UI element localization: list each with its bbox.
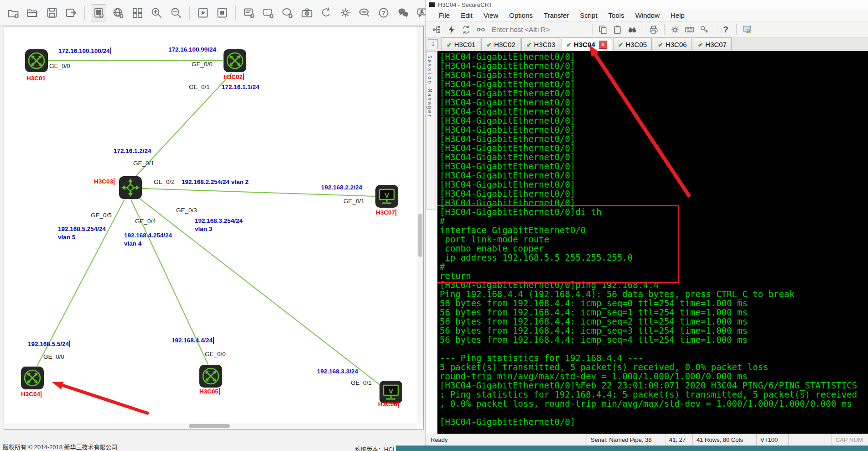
open-topology-button[interactable] bbox=[25, 5, 40, 21]
node-h3c01-router-icon[interactable] bbox=[25, 49, 48, 73]
add-frame-button[interactable] bbox=[261, 5, 275, 21]
device-label-h3c02[interactable]: H3C02 bbox=[223, 73, 244, 80]
help-question-button[interactable]: ? bbox=[719, 24, 732, 36]
terminal-line: [H3C04-GigabitEthernet0/0] bbox=[440, 152, 868, 162]
topology-canvas[interactable]: VV172.16.100.100/24GE_0/0H3C01172.16.100… bbox=[4, 26, 424, 430]
terminal-line: [H3C04-GigabitEthernet0/0] bbox=[440, 143, 868, 152]
options-gear-button[interactable] bbox=[669, 24, 681, 36]
quick-connect-icon bbox=[447, 25, 457, 35]
terminal-line: 5 packet(s) transmitted, 5 packet(s) rec… bbox=[440, 362, 868, 372]
menu-view[interactable]: View bbox=[478, 11, 504, 19]
stop-all-button[interactable] bbox=[215, 5, 229, 21]
ip-label: 172.16.100.100/24 bbox=[58, 47, 111, 54]
grid-view-icon bbox=[131, 7, 143, 19]
session-tree-button[interactable] bbox=[431, 24, 443, 36]
terminal-screen[interactable]: [H3C04-GigabitEthernet0/0][H3C04-Gigabit… bbox=[437, 51, 868, 434]
tab-list-button[interactable]: ⠿ bbox=[428, 39, 438, 49]
undo-button[interactable] bbox=[319, 5, 333, 21]
terminal-line: # bbox=[440, 262, 868, 271]
menu-transfer[interactable]: Transfer bbox=[538, 11, 574, 19]
network-view-button[interactable] bbox=[111, 5, 125, 21]
node-h3c02-router-icon[interactable] bbox=[223, 49, 247, 73]
save-topology-button[interactable] bbox=[44, 5, 59, 21]
session-manager-tab[interactable]: Session Manager bbox=[426, 51, 436, 210]
paste-button[interactable] bbox=[611, 24, 624, 36]
node-h3c07-pc-icon[interactable]: V bbox=[375, 184, 399, 208]
tab-h3c04[interactable]: ✔ H3C04x bbox=[561, 37, 612, 51]
topology-link[interactable] bbox=[140, 199, 380, 385]
add-ellipse-button[interactable] bbox=[280, 5, 295, 21]
device-panel-button[interactable] bbox=[91, 4, 106, 21]
cli-command-button[interactable]: CMD bbox=[357, 5, 372, 21]
start-all-button[interactable] bbox=[196, 5, 210, 21]
menu-file[interactable]: File bbox=[433, 11, 455, 19]
zoom-in-button[interactable] bbox=[149, 5, 164, 21]
device-label-h3c03[interactable]: H3C03 bbox=[94, 178, 114, 185]
quick-connect-button[interactable] bbox=[445, 24, 458, 36]
device-label-h3c04[interactable]: H3C04 bbox=[21, 391, 42, 398]
terminal-line: interface GigabitEthernet0/0 bbox=[440, 226, 868, 235]
device-label-h3c05[interactable]: H3C05 bbox=[199, 388, 220, 395]
copy-button[interactable] bbox=[597, 24, 609, 36]
snapshot-button[interactable] bbox=[300, 5, 314, 21]
tab-h3c05[interactable]: ✔ H3C05 bbox=[613, 37, 652, 51]
terminal-line: [H3C04-GigabitEthernet0/0] bbox=[440, 61, 868, 70]
add-note-button[interactable] bbox=[242, 5, 256, 21]
export-topology-button[interactable] bbox=[64, 5, 78, 21]
node-h3c05-router-icon[interactable] bbox=[199, 364, 223, 388]
tab-h3c06[interactable]: ✔ H3C06 bbox=[653, 37, 691, 51]
ip-label: 192.168.3.3/24 bbox=[317, 368, 358, 375]
find-icon bbox=[627, 25, 637, 35]
hcl-toolbar: CMD? bbox=[0, 0, 432, 26]
tab-h3c02[interactable]: ✔ H3C02 bbox=[481, 37, 520, 51]
canvas-hscroll-thumb[interactable] bbox=[189, 424, 230, 428]
port-label: GE_0/5 bbox=[91, 212, 112, 219]
zoom-out-button[interactable] bbox=[169, 5, 183, 21]
help-button[interactable]: ? bbox=[376, 5, 391, 21]
print-button[interactable] bbox=[647, 24, 660, 36]
tab-h3c03[interactable]: ✔ H3C03 bbox=[521, 37, 560, 51]
device-label-h3c07[interactable]: H3C07 bbox=[376, 209, 396, 216]
node-h3c03-switch-icon[interactable] bbox=[119, 176, 142, 199]
settings-button[interactable] bbox=[338, 5, 353, 21]
menu-script[interactable]: Script bbox=[574, 11, 603, 19]
toolbar-separator bbox=[84, 6, 85, 20]
menu-window[interactable]: Window bbox=[630, 11, 665, 19]
session-options-button[interactable] bbox=[741, 24, 754, 36]
status-serial: Serial: Named Pipe, 38 bbox=[587, 434, 665, 446]
menu-options[interactable]: Options bbox=[504, 11, 538, 19]
keyboard-button[interactable] bbox=[683, 24, 696, 36]
connect-button[interactable] bbox=[474, 24, 487, 36]
host-input[interactable] bbox=[491, 24, 586, 36]
canvas-vscroll-thumb[interactable] bbox=[418, 214, 422, 257]
canvas-horizontal-scrollbar[interactable] bbox=[4, 423, 417, 429]
key-button[interactable] bbox=[698, 24, 711, 36]
grid-view-button[interactable] bbox=[130, 5, 145, 21]
tab-close-button[interactable]: x bbox=[599, 41, 607, 49]
reconnect-button[interactable] bbox=[460, 24, 473, 36]
terminal-line bbox=[440, 344, 868, 353]
session-options-icon bbox=[742, 25, 752, 35]
menu-edit[interactable]: Edit bbox=[455, 11, 478, 19]
copy-icon bbox=[598, 25, 608, 35]
port-label: GE_0/0 bbox=[43, 353, 64, 360]
terminal-line: # bbox=[440, 216, 868, 226]
node-h3c04-router-icon[interactable] bbox=[21, 366, 44, 390]
start-all-icon bbox=[197, 7, 209, 19]
menu-help[interactable]: Help bbox=[665, 11, 690, 19]
svg-text:V: V bbox=[385, 191, 389, 199]
port-label: GE_0/4 bbox=[135, 218, 156, 225]
find-button[interactable] bbox=[626, 24, 639, 36]
toolbar-separator bbox=[592, 24, 593, 35]
menu-tools[interactable]: Tools bbox=[603, 11, 630, 19]
device-label-h3c01[interactable]: H3C01 bbox=[26, 75, 46, 82]
tab-h3c01[interactable]: ✔ H3C01 bbox=[442, 37, 480, 51]
wechat-button[interactable] bbox=[396, 5, 411, 21]
status-cursor-position: 41, 27 bbox=[665, 434, 692, 446]
tab-h3c07[interactable]: ✔ H3C07 bbox=[693, 37, 732, 51]
terminal-line: Ping 192.168.4.4 (192.168.4.4): 56 data … bbox=[440, 289, 868, 299]
canvas-vertical-scrollbar[interactable] bbox=[417, 26, 423, 424]
securecrt-titlebar[interactable]: H3C04 - SecureCRT bbox=[426, 0, 868, 9]
device-label-h3c06[interactable]: H3C06 bbox=[378, 401, 399, 408]
new-topology-button[interactable] bbox=[6, 5, 21, 21]
